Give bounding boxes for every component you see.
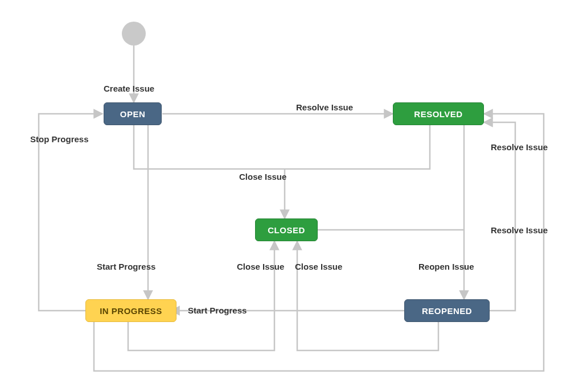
start-node bbox=[122, 22, 146, 46]
label-close-issue-top: Close Issue bbox=[239, 172, 286, 181]
label-close-issue-right: Close Issue bbox=[295, 262, 342, 271]
label-stop-progress: Stop Progress bbox=[30, 134, 89, 144]
workflow-diagram: OPEN RESOLVED CLOSED IN PROGRESS REOPENE… bbox=[0, 0, 583, 392]
label-resolve-issue-1: Resolve Issue bbox=[296, 102, 353, 112]
connectors bbox=[0, 0, 583, 392]
label-close-issue-left: Close Issue bbox=[237, 262, 284, 271]
label-start-progress-2: Start Progress bbox=[188, 306, 247, 315]
state-resolved: RESOLVED bbox=[393, 102, 484, 125]
label-start-progress-1: Start Progress bbox=[97, 262, 155, 271]
state-reopened: REOPENED bbox=[404, 299, 490, 322]
label-reopen-issue: Reopen Issue bbox=[418, 262, 474, 271]
state-open: OPEN bbox=[104, 102, 162, 125]
state-in-progress: IN PROGRESS bbox=[85, 299, 176, 322]
label-resolve-issue-2: Resolve Issue bbox=[491, 142, 548, 152]
label-create-issue: Create Issue bbox=[104, 84, 154, 93]
state-closed: CLOSED bbox=[255, 218, 318, 241]
label-resolve-issue-3: Resolve Issue bbox=[491, 225, 548, 235]
